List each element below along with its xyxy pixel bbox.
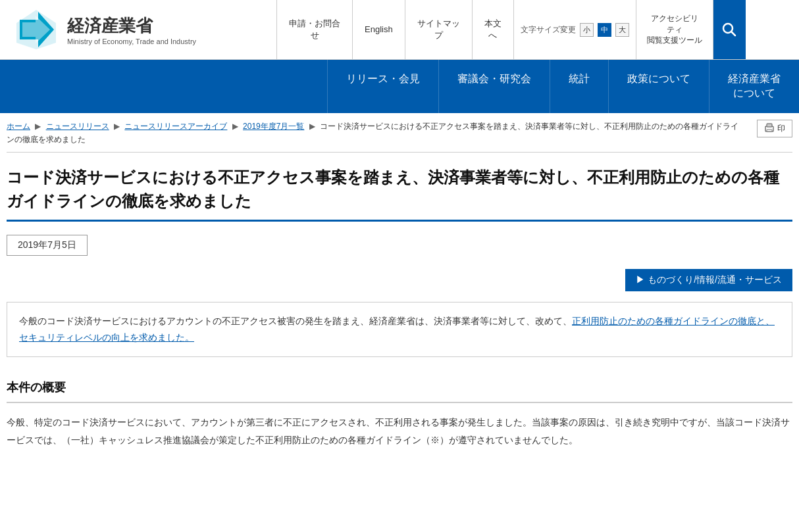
logo-text: 経済産業省 Ministry of Economy, Trade and Ind… [67, 14, 196, 45]
nav-policy[interactable]: 政策について [608, 60, 709, 113]
summary-box: 今般のコード決済サービスにおけるアカウントの不正アクセス被害の発生を踏まえ、経済… [7, 302, 792, 357]
category-tag-row: ▶ ものづくり/情報/流通・サービス [7, 269, 792, 291]
breadcrumb: ホーム ▶ ニュースリリース ▶ ニュースリリースアーカイブ ▶ 2019年度7… [7, 120, 744, 147]
logo-en: Ministry of Economy, Trade and Industry [67, 37, 196, 45]
breadcrumb-news[interactable]: ニュースリリース [46, 122, 109, 131]
date-box: 2019年7月5日 [7, 235, 88, 256]
top-bar: 経済産業省 Ministry of Economy, Trade and Ind… [0, 0, 799, 60]
nav-text[interactable]: 本文へ [472, 0, 513, 59]
content-area: コード決済サービスにおける不正アクセス事案を踏まえ、決済事業者等に対し、不正利用… [7, 153, 792, 462]
summary-text-intro: 今般のコード決済サービスにおけるアカウントの不正アクセス被害の発生を踏まえ、経済… [19, 316, 572, 326]
section-title: 本件の概要 [7, 373, 792, 403]
page-inner: ホーム ▶ ニュースリリース ▶ ニュースリリースアーカイブ ▶ 2019年度7… [0, 113, 799, 462]
svg-rect-8 [767, 130, 772, 132]
breadcrumb-bar: ホーム ▶ ニュースリリース ▶ ニュースリリースアーカイブ ▶ 2019年度7… [7, 113, 792, 153]
breadcrumb-home[interactable]: ホーム [7, 122, 30, 131]
sep3: ▶ [232, 122, 240, 131]
breadcrumb-archive[interactable]: ニュースリリースアーカイブ [124, 122, 227, 131]
logo-kanji: 経済産業省 [67, 14, 196, 37]
top-nav-area: 申請・お問合せ English サイトマップ 本文へ 文字サイズ変更 小 中 大… [276, 0, 746, 59]
search-icon [722, 22, 736, 37]
sep1: ▶ [35, 122, 43, 131]
nav-conference[interactable]: 審議会・研究会 [438, 60, 550, 113]
font-size-label: 文字サイズ変更 [521, 24, 576, 36]
nav-english[interactable]: English [352, 0, 405, 59]
font-size-medium[interactable]: 中 [598, 23, 611, 37]
logo-area: 経済産業省 Ministry of Economy, Trade and Ind… [0, 0, 276, 59]
nav-about[interactable]: 経済産業省について [709, 60, 799, 113]
main-nav: リリース・会見 審議会・研究会 統計 政策について 経済産業省について [0, 60, 799, 113]
svg-line-5 [731, 32, 735, 36]
font-size-group: 文字サイズ変更 小 中 大 [513, 0, 636, 59]
nav-inquiry[interactable]: 申請・お問合せ [276, 0, 352, 59]
page-title: コード決済サービスにおける不正アクセス事案を踏まえ、決済事業者等に対し、不正利用… [7, 166, 792, 213]
breadcrumb-2019july[interactable]: 2019年度7月一覧 [243, 122, 304, 131]
print-button[interactable]: 印 [757, 120, 792, 137]
sep4: ▶ [309, 122, 317, 131]
accessibility-btn[interactable]: アクセシビリティ閲覧支援ツール [636, 0, 713, 59]
nav-release[interactable]: リリース・会見 [327, 60, 438, 113]
category-tag[interactable]: ▶ ものづくり/情報/流通・サービス [625, 269, 792, 291]
ministry-logo [13, 7, 59, 53]
print-icon [764, 123, 775, 133]
page-title-section: コード決済サービスにおける不正アクセス事案を踏まえ、決済事業者等に対し、不正利用… [7, 153, 792, 222]
svg-rect-7 [767, 124, 772, 127]
category-tag-label: ▶ ものづくり/情報/流通・サービス [636, 274, 782, 286]
font-size-large[interactable]: 大 [615, 23, 629, 37]
print-label: 印 [777, 123, 785, 134]
nav-sitemap[interactable]: サイトマップ [405, 0, 472, 59]
body-text: 今般、特定のコード決済サービスにおいて、アカウントが第三者に不正にアクセスされ、… [7, 414, 792, 448]
search-button[interactable] [713, 0, 746, 59]
nav-stats[interactable]: 統計 [550, 60, 608, 113]
font-size-small[interactable]: 小 [580, 23, 594, 37]
sep2: ▶ [114, 122, 122, 131]
